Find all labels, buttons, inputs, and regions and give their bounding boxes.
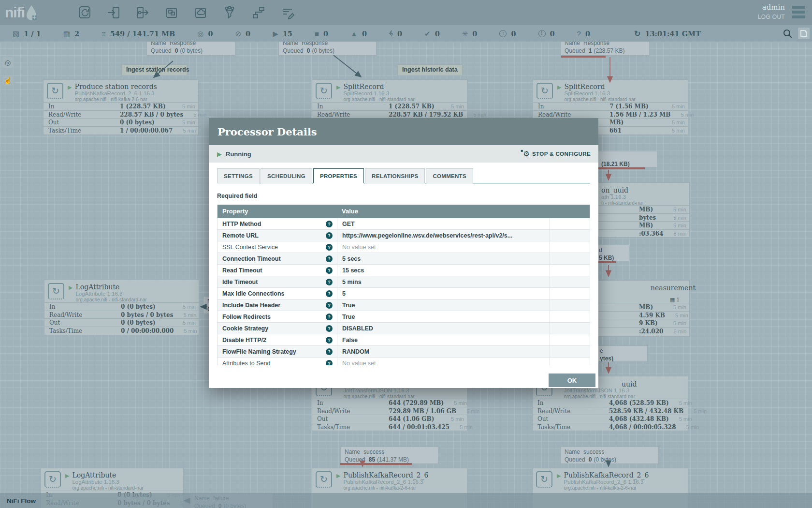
property-name: SSL Context Service? (218, 241, 337, 253)
component-toolbar (76, 4, 296, 21)
help-icon[interactable]: ? (326, 255, 333, 262)
property-name: Max Idle Connections? (218, 288, 337, 299)
property-row: Include Date Header?True (218, 299, 590, 311)
tab-settings[interactable]: SETTINGS (217, 168, 260, 183)
stopped-icon: ■ (315, 30, 319, 37)
breadcrumb-nifi-flow[interactable]: NiFi Flow (7, 493, 36, 508)
property-name: FlowFile Naming Strategy? (218, 346, 337, 358)
status-count: 549 / 141.71 MB (110, 30, 175, 38)
unknown-icon: ? (577, 30, 581, 37)
property-value: https://www.pegelonline.wsv.de/webservic… (337, 230, 550, 241)
tab-comments[interactable]: COMMENTS (426, 168, 473, 183)
ok-button[interactable]: OK (549, 374, 595, 387)
processor-icon[interactable] (76, 4, 93, 21)
help-icon[interactable]: ? (326, 267, 333, 274)
status-count: 0 (246, 30, 250, 38)
new-template-panel-icon[interactable] (798, 28, 810, 39)
property-value: No value set (337, 241, 550, 253)
label-icon[interactable] (279, 4, 296, 21)
property-row: Max Idle Connections?5 (218, 288, 590, 299)
stop-and-configure-button[interactable]: ⚙■ STOP & CONFIGURE (523, 149, 591, 158)
status-count: 0 (435, 30, 440, 38)
column-value: Value (337, 205, 550, 218)
help-icon[interactable]: ? (326, 302, 333, 309)
transmitting-icon: ◎ (197, 30, 203, 37)
help-icon[interactable]: ? (326, 360, 333, 365)
global-menu-icon[interactable] (792, 6, 805, 20)
remote-process-group-icon[interactable] (192, 4, 209, 21)
help-icon[interactable]: ? (326, 337, 333, 344)
help-icon[interactable]: ? (326, 314, 333, 320)
help-icon[interactable]: ? (326, 325, 333, 332)
property-row: Idle Timeout?5 mins (218, 276, 590, 288)
template-icon[interactable] (250, 4, 267, 21)
property-name: Read Timeout? (218, 265, 337, 276)
dialog-status-bar: ▶ Running ⚙■ STOP & CONFIGURE (209, 145, 598, 163)
run-state-label: Running (226, 150, 251, 158)
property-value: DISABLED (337, 323, 550, 334)
tab-relationships[interactable]: RELATIONSHIPS (365, 168, 425, 183)
locally-modified-icon: ✳ (462, 30, 468, 37)
nifi-drop-icon (25, 4, 38, 21)
refresh-icon[interactable]: ↻ (634, 29, 640, 38)
cluster-icon: ▧ (13, 30, 19, 37)
property-row: Follow Redirects?True (218, 311, 590, 323)
dialog-tabs: SETTINGSSCHEDULINGPROPERTIESRELATIONSHIP… (217, 168, 590, 183)
dialog-header: Processor Details (209, 118, 598, 145)
property-name: Follow Redirects? (218, 311, 337, 323)
tab-properties[interactable]: PROPERTIES (313, 168, 364, 183)
status-count: 0 (550, 30, 555, 38)
property-value: False (337, 334, 550, 346)
property-row: Disable HTTP/2?False (218, 334, 590, 346)
status-count: 0 (208, 30, 213, 38)
process-group-icon[interactable] (163, 4, 180, 21)
invalid-icon: ▲! (350, 30, 358, 37)
help-icon[interactable]: ? (326, 244, 333, 251)
status-count: 2 (74, 30, 79, 38)
logout-link[interactable]: LOG OUT (758, 14, 785, 20)
status-count: 0 (511, 30, 516, 38)
help-icon[interactable]: ? (326, 290, 333, 297)
property-row: FlowFile Naming Strategy?RANDOM (218, 346, 590, 358)
property-name: Remote URL? (218, 230, 337, 241)
properties-table-header: Property Value (218, 205, 590, 218)
help-icon[interactable]: ? (326, 221, 333, 227)
breadcrumb-bar: NiFi Flow (0, 493, 812, 508)
property-row: Remote URL?https://www.pegelonline.wsv.d… (218, 230, 590, 241)
tab-scheduling[interactable]: SCHEDULING (261, 168, 312, 183)
column-property: Property (218, 205, 337, 218)
property-row: Read Timeout?15 secs (218, 265, 590, 276)
property-value: True (337, 311, 550, 323)
help-icon[interactable]: ? (326, 232, 333, 239)
search-icon[interactable] (783, 29, 793, 41)
required-field-note: Required field (217, 193, 590, 200)
property-name: Attributes to Send? (218, 358, 337, 365)
status-count: 1 / 1 (24, 30, 41, 38)
property-value: True (337, 299, 550, 311)
help-icon[interactable]: ? (326, 348, 333, 355)
sync-failure-icon: ! (538, 30, 546, 37)
input-port-icon[interactable] (105, 4, 122, 21)
flow-status-items: ▧1 / 1▦2≡549 / 141.71 MB◎0⊘0▶15■0▲!0ϟ/0✔… (13, 30, 590, 38)
flow-status-bar: ▧1 / 1▦2≡549 / 141.71 MB◎0⊘0▶15■0▲!0ϟ/0✔… (0, 25, 812, 42)
property-name: Cookie Strategy? (218, 323, 337, 334)
current-user: admin (758, 3, 785, 12)
running-icon: ▶ (273, 30, 278, 37)
funnel-icon[interactable] (221, 4, 238, 21)
help-icon[interactable]: ? (326, 279, 333, 285)
property-row: SSL Context Service?No value set (218, 241, 590, 253)
property-name: Include Date Header? (218, 299, 337, 311)
output-port-icon[interactable] (134, 4, 151, 21)
property-name: HTTP Method? (218, 218, 337, 230)
stale-icon: ↑ (499, 30, 507, 37)
property-value: GET (337, 218, 550, 230)
nifi-logo-text: nifi (5, 4, 25, 21)
property-value: 5 secs (337, 253, 550, 265)
status-count: 15 (283, 30, 292, 38)
app-titlebar: nifi admin LOG OUT (0, 0, 812, 25)
property-value: No value set (337, 358, 550, 365)
property-row: Attributes to Send?No value set (218, 358, 590, 365)
property-name: Connection Timeout? (218, 253, 337, 265)
property-value: 5 mins (337, 276, 550, 288)
property-row: Cookie Strategy?DISABLED (218, 323, 590, 334)
